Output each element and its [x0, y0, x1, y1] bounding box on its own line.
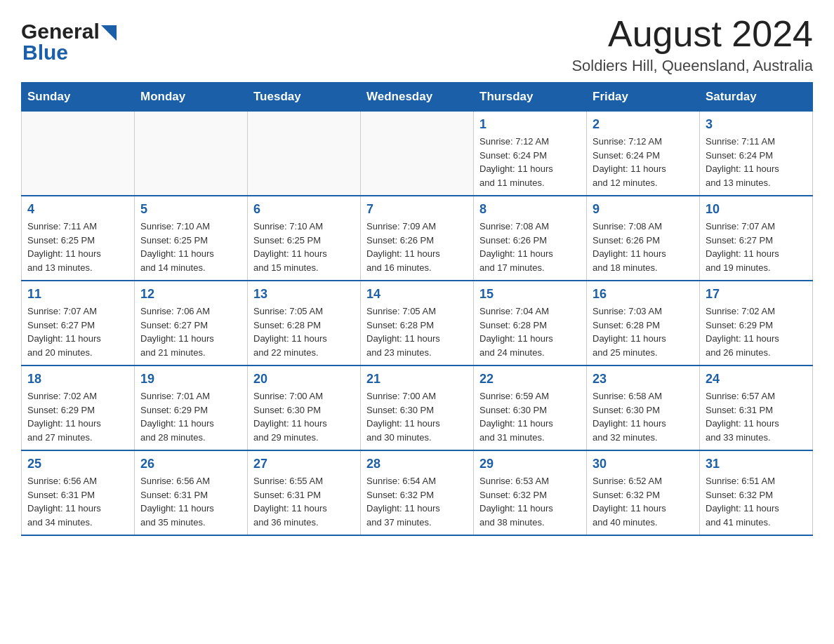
day-info: Sunrise: 6:56 AM Sunset: 6:31 PM Dayligh…	[140, 474, 241, 529]
day-number: 1	[479, 117, 581, 132]
calendar-cell: 14Sunrise: 7:05 AM Sunset: 6:28 PM Dayli…	[361, 281, 474, 365]
calendar-week-5: 25Sunrise: 6:56 AM Sunset: 6:31 PM Dayli…	[22, 450, 813, 535]
day-info: Sunrise: 7:08 AM Sunset: 6:26 PM Dayligh…	[479, 220, 581, 274]
calendar-cell: 31Sunrise: 6:51 AM Sunset: 6:32 PM Dayli…	[700, 450, 813, 535]
page-title: August 2024	[571, 14, 813, 54]
calendar-header-friday: Friday	[587, 83, 700, 112]
day-info: Sunrise: 7:09 AM Sunset: 6:26 PM Dayligh…	[366, 220, 468, 274]
calendar-cell: 21Sunrise: 7:00 AM Sunset: 6:30 PM Dayli…	[361, 365, 474, 450]
day-info: Sunrise: 7:00 AM Sunset: 6:30 PM Dayligh…	[366, 389, 468, 444]
day-number: 26	[140, 457, 241, 471]
day-number: 31	[706, 457, 807, 471]
calendar-cell: 16Sunrise: 7:03 AM Sunset: 6:28 PM Dayli…	[587, 281, 700, 365]
day-info: Sunrise: 7:05 AM Sunset: 6:28 PM Dayligh…	[366, 304, 468, 359]
day-number: 24	[706, 372, 807, 387]
calendar-cell: 29Sunrise: 6:53 AM Sunset: 6:32 PM Dayli…	[474, 450, 587, 535]
calendar-cell: 7Sunrise: 7:09 AM Sunset: 6:26 PM Daylig…	[361, 196, 474, 281]
day-info: Sunrise: 7:02 AM Sunset: 6:29 PM Dayligh…	[706, 304, 807, 359]
calendar-cell: 5Sunrise: 7:10 AM Sunset: 6:25 PM Daylig…	[135, 196, 248, 281]
day-number: 23	[593, 372, 694, 387]
calendar-cell: 24Sunrise: 6:57 AM Sunset: 6:31 PM Dayli…	[700, 365, 813, 450]
day-number: 13	[253, 287, 355, 302]
calendar-week-1: 1Sunrise: 7:12 AM Sunset: 6:24 PM Daylig…	[22, 112, 813, 196]
day-info: Sunrise: 7:06 AM Sunset: 6:27 PM Dayligh…	[140, 304, 241, 359]
logo-general-text: General	[21, 20, 100, 43]
day-number: 15	[479, 287, 581, 302]
calendar-header-sunday: Sunday	[22, 83, 135, 112]
day-number: 8	[479, 202, 581, 217]
calendar-header-wednesday: Wednesday	[361, 83, 474, 112]
day-number: 25	[27, 457, 128, 471]
calendar-cell: 15Sunrise: 7:04 AM Sunset: 6:28 PM Dayli…	[474, 281, 587, 365]
calendar-cell: 3Sunrise: 7:11 AM Sunset: 6:24 PM Daylig…	[700, 112, 813, 196]
calendar-week-4: 18Sunrise: 7:02 AM Sunset: 6:29 PM Dayli…	[22, 365, 813, 450]
calendar-cell: 8Sunrise: 7:08 AM Sunset: 6:26 PM Daylig…	[474, 196, 587, 281]
day-info: Sunrise: 6:55 AM Sunset: 6:31 PM Dayligh…	[253, 474, 355, 529]
day-info: Sunrise: 7:05 AM Sunset: 6:28 PM Dayligh…	[253, 304, 355, 359]
day-info: Sunrise: 7:07 AM Sunset: 6:27 PM Dayligh…	[706, 220, 807, 274]
day-info: Sunrise: 7:01 AM Sunset: 6:29 PM Dayligh…	[140, 389, 241, 444]
calendar-header-monday: Monday	[135, 83, 248, 112]
day-info: Sunrise: 6:52 AM Sunset: 6:32 PM Dayligh…	[593, 474, 694, 529]
day-info: Sunrise: 7:11 AM Sunset: 6:24 PM Dayligh…	[706, 135, 807, 189]
calendar-cell: 18Sunrise: 7:02 AM Sunset: 6:29 PM Dayli…	[22, 365, 135, 450]
day-number: 27	[253, 457, 355, 471]
day-number: 20	[253, 372, 355, 387]
calendar-cell: 20Sunrise: 7:00 AM Sunset: 6:30 PM Dayli…	[248, 365, 361, 450]
calendar-header-thursday: Thursday	[474, 83, 587, 112]
calendar-cell	[361, 112, 474, 196]
day-number: 5	[140, 202, 241, 217]
day-number: 18	[27, 372, 128, 387]
day-number: 28	[366, 457, 468, 471]
calendar-header-saturday: Saturday	[700, 83, 813, 112]
day-info: Sunrise: 6:54 AM Sunset: 6:32 PM Dayligh…	[366, 474, 468, 529]
calendar-cell: 28Sunrise: 6:54 AM Sunset: 6:32 PM Dayli…	[361, 450, 474, 535]
day-info: Sunrise: 6:51 AM Sunset: 6:32 PM Dayligh…	[706, 474, 807, 529]
page-subtitle: Soldiers Hill, Queensland, Australia	[571, 57, 813, 75]
day-info: Sunrise: 6:58 AM Sunset: 6:30 PM Dayligh…	[593, 389, 694, 444]
calendar-cell: 17Sunrise: 7:02 AM Sunset: 6:29 PM Dayli…	[700, 281, 813, 365]
day-number: 9	[593, 202, 694, 217]
day-number: 30	[593, 457, 694, 471]
calendar-cell: 4Sunrise: 7:11 AM Sunset: 6:25 PM Daylig…	[22, 196, 135, 281]
day-number: 19	[140, 372, 241, 387]
day-number: 7	[366, 202, 468, 217]
day-info: Sunrise: 7:10 AM Sunset: 6:25 PM Dayligh…	[253, 220, 355, 274]
calendar-cell: 23Sunrise: 6:58 AM Sunset: 6:30 PM Dayli…	[587, 365, 700, 450]
calendar-cell	[135, 112, 248, 196]
day-info: Sunrise: 6:56 AM Sunset: 6:31 PM Dayligh…	[27, 474, 128, 529]
day-info: Sunrise: 7:10 AM Sunset: 6:25 PM Dayligh…	[140, 220, 241, 274]
calendar-cell: 27Sunrise: 6:55 AM Sunset: 6:31 PM Dayli…	[248, 450, 361, 535]
calendar-cell: 13Sunrise: 7:05 AM Sunset: 6:28 PM Dayli…	[248, 281, 361, 365]
day-number: 3	[706, 117, 807, 132]
calendar-cell: 22Sunrise: 6:59 AM Sunset: 6:30 PM Dayli…	[474, 365, 587, 450]
day-number: 21	[366, 372, 468, 387]
day-number: 12	[140, 287, 241, 302]
day-info: Sunrise: 7:12 AM Sunset: 6:24 PM Dayligh…	[479, 135, 581, 189]
day-number: 14	[366, 287, 468, 302]
day-info: Sunrise: 7:08 AM Sunset: 6:26 PM Dayligh…	[593, 220, 694, 274]
day-number: 22	[479, 372, 581, 387]
calendar-cell	[248, 112, 361, 196]
day-info: Sunrise: 7:04 AM Sunset: 6:28 PM Dayligh…	[479, 304, 581, 359]
logo: General Blue	[21, 20, 117, 65]
calendar-cell: 25Sunrise: 6:56 AM Sunset: 6:31 PM Dayli…	[22, 450, 135, 535]
calendar-cell: 30Sunrise: 6:52 AM Sunset: 6:32 PM Dayli…	[587, 450, 700, 535]
title-block: August 2024 Soldiers Hill, Queensland, A…	[571, 14, 813, 75]
calendar-cell: 12Sunrise: 7:06 AM Sunset: 6:27 PM Dayli…	[135, 281, 248, 365]
day-number: 4	[27, 202, 128, 217]
day-info: Sunrise: 7:11 AM Sunset: 6:25 PM Dayligh…	[27, 220, 128, 274]
day-info: Sunrise: 7:03 AM Sunset: 6:28 PM Dayligh…	[593, 304, 694, 359]
logo-triangle-icon	[101, 25, 117, 41]
day-info: Sunrise: 7:12 AM Sunset: 6:24 PM Dayligh…	[593, 135, 694, 189]
calendar-table: SundayMondayTuesdayWednesdayThursdayFrid…	[21, 82, 813, 536]
day-number: 16	[593, 287, 694, 302]
day-number: 29	[479, 457, 581, 471]
calendar-cell: 2Sunrise: 7:12 AM Sunset: 6:24 PM Daylig…	[587, 112, 700, 196]
calendar-cell: 1Sunrise: 7:12 AM Sunset: 6:24 PM Daylig…	[474, 112, 587, 196]
calendar-header-row: SundayMondayTuesdayWednesdayThursdayFrid…	[22, 83, 813, 112]
calendar-cell: 6Sunrise: 7:10 AM Sunset: 6:25 PM Daylig…	[248, 196, 361, 281]
calendar-cell: 19Sunrise: 7:01 AM Sunset: 6:29 PM Dayli…	[135, 365, 248, 450]
calendar-cell	[22, 112, 135, 196]
day-info: Sunrise: 7:07 AM Sunset: 6:27 PM Dayligh…	[27, 304, 128, 359]
